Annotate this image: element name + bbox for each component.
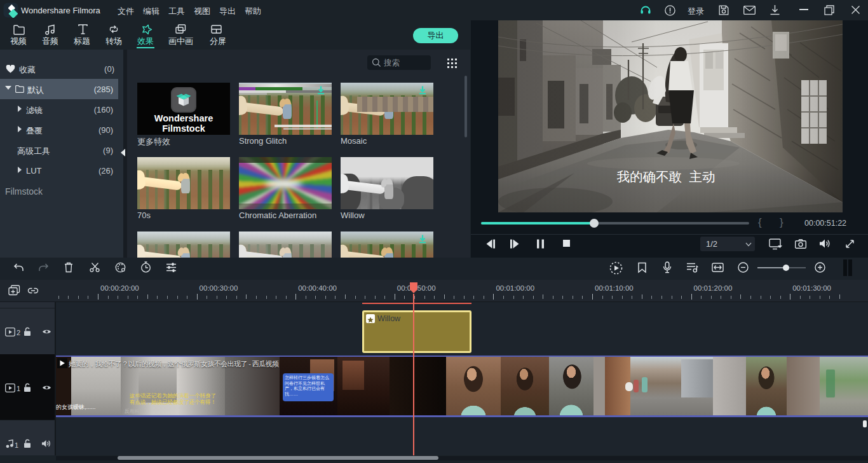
svg-text:1: 1 [15, 441, 18, 449]
svg-text:1: 1 [17, 385, 20, 392]
svg-text:我的确不敢 主动: 我的确不敢 主动 [617, 169, 715, 184]
svg-text:2: 2 [17, 329, 20, 336]
